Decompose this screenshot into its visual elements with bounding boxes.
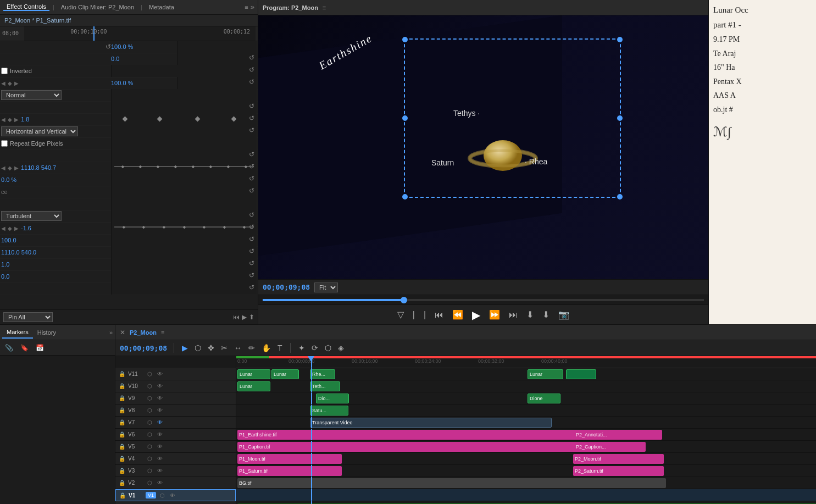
monitor-menu-btn[interactable]: ≡ — [323, 4, 326, 11]
v9-eye-btn[interactable]: 👁 — [156, 394, 164, 403]
v8-eye-btn[interactable]: 👁 — [156, 406, 164, 415]
turbulent-select[interactable]: Turbulent — [1, 211, 62, 221]
track-row-v10[interactable]: Lunar Teth... — [236, 380, 816, 392]
clip-v9-dio[interactable]: Dio... — [316, 394, 349, 403]
turb-nav-kf[interactable]: ◆ — [8, 225, 12, 231]
track-row-v9[interactable]: Dio... Dione — [236, 392, 816, 405]
v10-toggle-btn[interactable]: ⬡ — [145, 382, 154, 391]
nav-kf-btn[interactable]: ◆ — [8, 80, 12, 86]
v7-lock-btn[interactable]: 🔒 — [118, 418, 126, 427]
select-tool[interactable]: ▶ — [181, 342, 189, 353]
insert-btn[interactable]: ⬇ — [524, 308, 536, 321]
add-marker-tool[interactable]: ✦ — [297, 342, 306, 353]
v10-eye-btn[interactable]: 👁 — [156, 382, 164, 391]
step-fwd-btn[interactable]: ⏩ — [487, 308, 502, 321]
step-back-btn[interactable]: ⏪ — [450, 308, 465, 321]
val10-reset-btn[interactable]: ↺ — [249, 259, 254, 267]
inverted-reset-btn[interactable]: ↺ — [249, 66, 254, 74]
time-ruler-bar[interactable]: 0;00 00;00;08;00 00;00;16;00 00;00;24;00… — [236, 356, 816, 368]
play-btn[interactable]: ▶ — [242, 313, 247, 321]
tab-history[interactable]: History — [33, 327, 60, 338]
play-stop-btn[interactable]: ▶ — [470, 307, 482, 323]
clip-v6-earthshine[interactable]: P1_Earthshine.tif — [237, 430, 611, 440]
clip-v3-p1saturn[interactable]: P1_Saturn.tif — [237, 466, 342, 476]
track-select-tool[interactable]: ⬡ — [193, 342, 202, 353]
track-content-area[interactable]: 0;00 00;00;08;00 00;00;16;00 00;00;24;00… — [236, 356, 816, 504]
v6-toggle-btn[interactable]: ⬡ — [145, 430, 154, 439]
v4-eye-btn[interactable]: 👁 — [156, 455, 164, 463]
turb-value[interactable]: -1.6 — [21, 225, 31, 231]
turb-nav-prev[interactable]: ◀ — [1, 225, 5, 231]
val100-reset-btn[interactable]: ↺ — [249, 235, 254, 243]
clip-v10-1[interactable]: Lunar — [237, 381, 270, 391]
v2-toggle-btn[interactable]: ⬡ — [145, 479, 154, 488]
scale-nav-prev[interactable]: ◀ — [1, 117, 5, 123]
clip-v7-transparent[interactable]: Transparent Video — [310, 418, 552, 428]
zero-final-value[interactable]: 0.0 — [1, 273, 9, 280]
spacer1-reset-btn[interactable]: ↺ — [249, 102, 254, 110]
turb-reset-btn[interactable]: ↺ — [249, 223, 254, 231]
pos-value[interactable]: 1110.8 540.7 — [21, 164, 56, 171]
overwrite-btn[interactable]: ⬇ — [540, 308, 552, 321]
nav-prev-btn[interactable]: ◀ — [1, 80, 5, 86]
v7-toggle-btn[interactable]: ⬡ — [145, 418, 154, 427]
tab-metadata[interactable]: Metadata — [146, 4, 177, 10]
clip-v4-p2moon[interactable]: P2_Moon.tif — [573, 454, 664, 464]
opacity-reset-btn[interactable]: ↺ — [106, 43, 111, 51]
scrub-track[interactable] — [263, 299, 704, 301]
clip-v6-annotation[interactable]: P2_Annotati... — [574, 430, 662, 440]
monitor-viewport[interactable]: Earthshine — [258, 15, 708, 279]
v6-lock-btn[interactable]: 🔒 — [118, 430, 126, 439]
opacity2-reset-btn[interactable]: ↺ — [249, 78, 254, 86]
tab-markers[interactable]: Markers — [2, 326, 33, 339]
fit-dropdown[interactable]: Fit — [314, 283, 338, 292]
spacer2-reset-btn[interactable]: ↺ — [249, 151, 254, 158]
v1-lock-btn[interactable]: 🔒 — [118, 491, 127, 500]
v2-lock-btn[interactable]: 🔒 — [118, 479, 126, 488]
turb-nav-next[interactable]: ▶ — [14, 225, 19, 231]
clip-v11-1[interactable]: Lunar — [237, 369, 270, 379]
blend-mode-select[interactable]: Normal — [1, 90, 62, 100]
v4-toggle-btn[interactable]: ⬡ — [145, 455, 154, 463]
v5-lock-btn[interactable]: 🔒 — [118, 442, 126, 451]
panel-expand-button[interactable]: » — [251, 3, 254, 11]
timeline-menu-icon[interactable]: ≡ — [161, 329, 164, 336]
clip-v5-caption2[interactable]: P2_Caption... — [574, 442, 646, 452]
clip-v11-3[interactable]: Rhe... — [310, 369, 335, 379]
v8-toggle-btn[interactable]: ⬡ — [145, 406, 154, 415]
v5-toggle-btn[interactable]: ⬡ — [145, 442, 154, 451]
audio-track-row[interactable] — [236, 501, 816, 504]
bl-panel-expand[interactable]: » — [109, 329, 113, 336]
ripple-tool[interactable]: ✥ — [207, 342, 215, 353]
v1-eye-btn[interactable]: 👁 — [168, 491, 177, 500]
pos-reset-btn[interactable]: ↺ — [249, 163, 254, 170]
type-tool[interactable]: T — [276, 342, 284, 353]
val-1-0[interactable]: 1.0 — [1, 261, 9, 268]
pen-tool[interactable]: ✏ — [247, 342, 256, 353]
go-out-btn[interactable]: ⏭ — [507, 309, 520, 321]
track-row-v7[interactable]: Transparent Video — [236, 417, 816, 429]
mark-out-btn[interactable]: | — [410, 309, 417, 321]
pos-nav-prev[interactable]: ◀ — [1, 165, 5, 171]
track-row-v5[interactable]: P1_Caption.tif P2_Caption... — [236, 441, 816, 453]
monitor-scrub-bar[interactable] — [258, 295, 708, 304]
clip-v8-sat[interactable]: Satu... — [310, 406, 348, 416]
mark-clip-btn[interactable]: | — [421, 309, 428, 321]
tab-audio-clip-mixer[interactable]: Audio Clip Mixer: P2_Moon — [58, 4, 137, 10]
track-row-v11[interactable]: Lunar Lunar Rhe... Lunar — [236, 368, 816, 380]
zero-final-reset-btn[interactable]: ↺ — [249, 272, 254, 279]
inverted-checkbox[interactable] — [1, 68, 8, 74]
slip-tool[interactable]: ↔ — [233, 342, 243, 353]
v10-lock-btn[interactable]: 🔒 — [118, 382, 126, 391]
v5-eye-btn[interactable]: 👁 — [156, 442, 164, 451]
zero-value[interactable]: 0.0 — [111, 56, 119, 62]
v3-lock-btn[interactable]: 🔒 — [118, 467, 126, 475]
zero2-reset-btn[interactable]: ↺ — [249, 175, 254, 182]
v4-lock-btn[interactable]: 🔒 — [118, 455, 126, 463]
v6-eye-btn[interactable]: 👁 — [156, 430, 164, 439]
clip-v11-lunar-far[interactable]: Lunar — [528, 369, 563, 379]
panel-menu-button[interactable]: ≡ — [245, 4, 248, 10]
scrub-head[interactable] — [401, 297, 407, 303]
clip-v11-far2[interactable] — [566, 369, 596, 379]
snap-btn[interactable]: ⟳ — [310, 342, 319, 353]
